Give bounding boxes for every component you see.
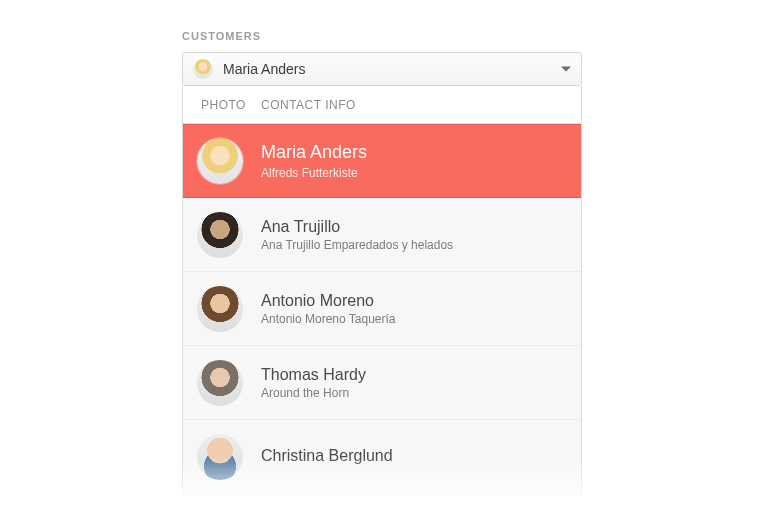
contact-company: Alfreds Futterkiste <box>261 166 367 180</box>
customer-combobox[interactable]: Maria Anders <box>182 52 582 86</box>
contact-company: Around the Horn <box>261 386 366 400</box>
avatar <box>197 286 243 332</box>
column-photo: PHOTO <box>183 98 261 112</box>
chevron-down-icon <box>561 67 571 72</box>
dropdown-list: Maria AndersAlfreds FutterkisteAna Truji… <box>183 124 581 494</box>
list-item[interactable]: Christina Berglund <box>183 420 581 494</box>
avatar <box>197 434 243 480</box>
list-item[interactable]: Ana TrujilloAna Trujillo Emparedados y h… <box>183 198 581 272</box>
list-item[interactable]: Maria AndersAlfreds Futterkiste <box>183 124 581 198</box>
dropdown-header: PHOTO CONTACT INFO <box>183 86 581 124</box>
section-label: CUSTOMERS <box>182 30 770 42</box>
avatar <box>197 212 243 258</box>
list-item[interactable]: Thomas HardyAround the Horn <box>183 346 581 420</box>
customer-dropdown[interactable]: PHOTO CONTACT INFO Maria AndersAlfreds F… <box>182 86 582 495</box>
contact-info: Christina Berglund <box>261 446 393 467</box>
contact-company: Antonio Moreno Taquería <box>261 312 396 326</box>
contact-info: Thomas HardyAround the Horn <box>261 365 366 400</box>
selected-avatar <box>193 59 213 79</box>
column-contact: CONTACT INFO <box>261 98 356 112</box>
contact-name: Thomas Hardy <box>261 365 366 384</box>
contact-company: Ana Trujillo Emparedados y helados <box>261 238 453 252</box>
avatar <box>197 138 243 184</box>
contact-info: Maria AndersAlfreds Futterkiste <box>261 142 367 180</box>
contact-name: Ana Trujillo <box>261 217 453 236</box>
avatar <box>197 360 243 406</box>
contact-name: Christina Berglund <box>261 446 393 465</box>
selected-value: Maria Anders <box>223 61 305 77</box>
contact-name: Maria Anders <box>261 142 367 164</box>
list-item[interactable]: Antonio MorenoAntonio Moreno Taquería <box>183 272 581 346</box>
contact-info: Antonio MorenoAntonio Moreno Taquería <box>261 291 396 326</box>
contact-info: Ana TrujilloAna Trujillo Emparedados y h… <box>261 217 453 252</box>
contact-name: Antonio Moreno <box>261 291 396 310</box>
